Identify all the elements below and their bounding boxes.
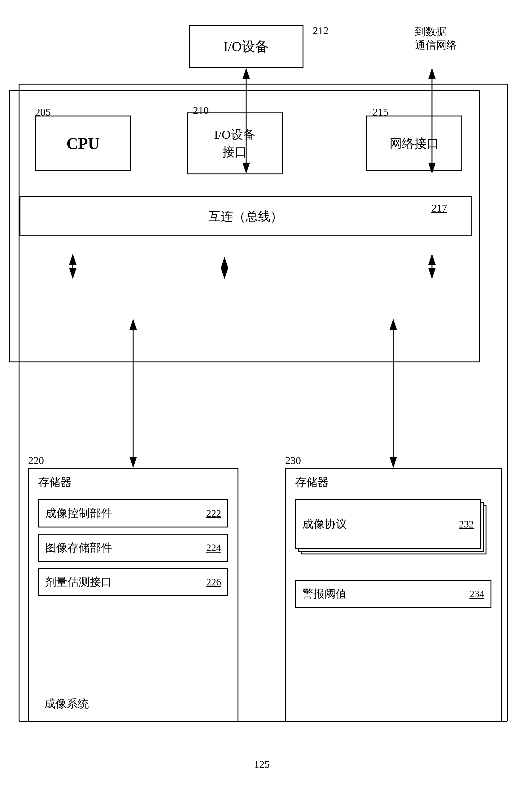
imaging-protocol-label: 成像协议 [302,517,347,532]
ref-222: 222 [206,508,221,519]
cpu-box: CPU [35,115,131,171]
io-device-box: I/O设备 [189,25,303,68]
page: 成像系统 125 I/O设备 212 到数据 通信网络 205 CPU 210 … [0,0,532,792]
image-storage-label: 图像存储部件 [45,540,112,555]
imaging-control-label: 成像控制部件 [45,506,112,521]
ref-217: 217 [431,202,447,214]
ref-224: 224 [206,542,221,553]
ref-125: 125 [254,758,270,770]
dose-estimation-label: 剂量估测接口 [45,574,112,590]
cpu-label: CPU [66,134,100,153]
alarm-threshold-label: 警报阈值 [302,586,347,602]
network-dest-line2: 通信网络 [415,38,457,52]
storage-left-title: 存储器 [29,469,238,493]
io-interface-box: I/O设备接口 [187,112,283,174]
network-interface-label: 网络接口 [390,135,439,152]
io-device-label: I/O设备 [224,37,269,56]
network-interface-box: 网络接口 [366,115,462,171]
storage-right-title: 存储器 [286,469,501,493]
ref-234: 234 [470,588,484,600]
bus-label: 互连（总线） [208,208,283,225]
network-dest-line1: 到数据 [415,25,457,38]
alarm-threshold-box: 警报阈值 234 [295,580,491,608]
ref-232: 232 [459,518,474,530]
imaging-protocol-box: 成像协议 232 [295,499,481,549]
storage-left-box: 220 存储器 成像控制部件 222 图像存储部件 224 剂量估测接口 226 [28,468,239,722]
bus-box: 互连（总线） [19,196,472,236]
io-interface-label: I/O设备接口 [214,126,255,161]
imaging-control-box: 成像控制部件 222 [38,499,228,527]
network-dest-label: 到数据 通信网络 [415,25,457,52]
storage-right-box: 230 存储器 成像协议 232 警报阈值 234 [285,468,502,722]
imaging-protocol-stack: 成像协议 232 [295,499,491,561]
inner-system-box: 205 CPU 210 I/O设备接口 215 网络接口 互连（总线） 217 [9,90,480,362]
ref-212: 212 [313,25,328,37]
ref-230: 230 [285,455,301,467]
ref-226: 226 [206,577,221,588]
dose-estimation-box: 剂量估测接口 226 [38,568,228,596]
image-storage-box: 图像存储部件 224 [38,534,228,562]
ref-220: 220 [28,455,44,467]
